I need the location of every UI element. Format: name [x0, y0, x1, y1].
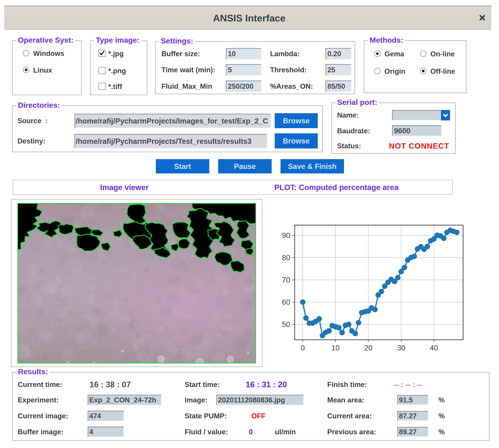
- svg-text:70: 70: [282, 276, 290, 284]
- svg-text:50: 50: [282, 320, 290, 329]
- svg-text:60: 60: [282, 298, 290, 306]
- svg-text:80: 80: [282, 254, 290, 262]
- svg-text:90: 90: [282, 231, 290, 240]
- svg-text:30: 30: [397, 344, 405, 352]
- svg-text:0: 0: [301, 344, 305, 352]
- svg-text:10: 10: [331, 344, 339, 352]
- svg-text:40: 40: [430, 344, 438, 352]
- svg-text:20: 20: [364, 344, 372, 352]
